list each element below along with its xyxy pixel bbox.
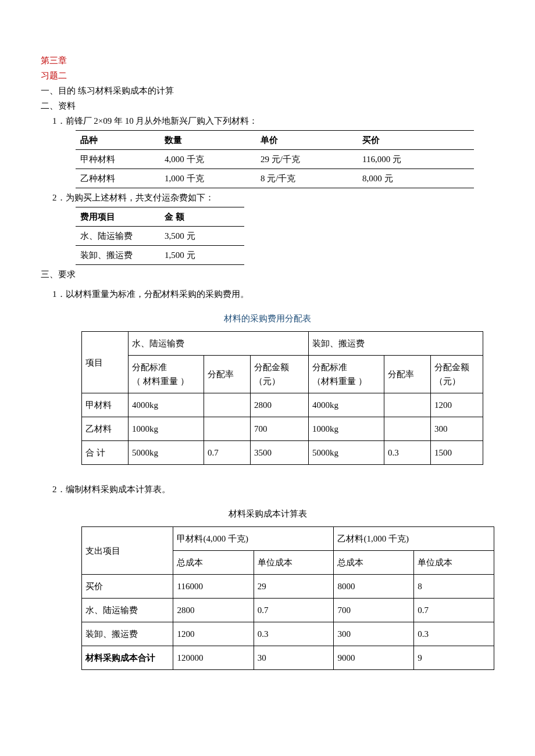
alloc-subheader: 分配标准 （ 材料重量 ）	[129, 356, 204, 393]
alloc-header-group2: 装卸、搬运费	[309, 332, 483, 356]
cost-cell: 30	[254, 646, 334, 670]
alloc-cell: 300	[431, 417, 483, 441]
cost-cell: 0.3	[254, 622, 334, 646]
cost-cell: 9	[414, 646, 494, 670]
alloc-cell: 3500	[251, 441, 309, 465]
materials-cell: 29 元/千克	[256, 150, 358, 169]
cost-table: 支出项目 甲材料(4,000 千克) 乙材料(1,000 千克) 总成本 单位成…	[81, 526, 494, 670]
fees-header: 费用项目	[76, 207, 160, 227]
cost-subheader: 总成本	[334, 551, 414, 575]
allocation-table-title: 材料的采购费用分配表	[41, 311, 494, 325]
cost-header-expense: 支出项目	[82, 527, 173, 575]
alloc-cell: 1500	[431, 441, 483, 465]
requirement-2: 2．编制材料采购成本计算表。	[41, 482, 494, 496]
alloc-header-item: 项目	[82, 332, 129, 393]
cost-cell: 0.7	[254, 599, 334, 622]
cost-cell: 120000	[173, 646, 254, 670]
alloc-cell: 0.3	[384, 441, 431, 465]
materials-table: 品种 数量 单价 买价 甲种材料 4,000 千克 29 元/千克 116,00…	[76, 130, 474, 188]
materials-header: 数量	[160, 131, 256, 150]
cost-subheader: 单位成本	[254, 551, 334, 575]
alloc-cell: 0.7	[204, 441, 251, 465]
fees-cell: 装卸、搬运费	[76, 246, 160, 265]
alloc-cell: 700	[251, 417, 309, 441]
materials-header: 买价	[358, 131, 474, 150]
alloc-cell: 4000kg	[129, 393, 204, 417]
chapter-heading: 第三章	[41, 53, 494, 67]
alloc-cell: 1000kg	[309, 417, 384, 441]
cost-cell: 0.3	[414, 622, 494, 646]
cost-total-label: 材料采购成本合计	[82, 646, 173, 670]
cost-cell: 300	[334, 622, 414, 646]
fees-header: 金 额	[160, 207, 244, 227]
cost-cell: 2800	[173, 599, 254, 622]
alloc-subheader: 分配金额 （元）	[431, 356, 483, 393]
cost-subheader: 单位成本	[414, 551, 494, 575]
requirement-1: 1．以材料重量为标准，分配材料采购的采购费用。	[41, 287, 494, 301]
cost-header-mat2: 乙材料(1,000 千克)	[334, 527, 494, 551]
materials-header: 品种	[76, 131, 160, 150]
alloc-header-group1: 水、陆运输费	[129, 332, 309, 356]
alloc-cell: 1200	[431, 393, 483, 417]
exercise-heading: 习题二	[41, 69, 494, 83]
materials-cell: 1,000 千克	[160, 169, 256, 188]
cost-cell: 29	[254, 575, 334, 599]
cost-cell: 9000	[334, 646, 414, 670]
info-line-1: 1．前锋厂 2×09 年 10 月从外地新兴厂购入下列材料：	[41, 114, 494, 128]
alloc-cell	[384, 417, 431, 441]
cost-cell: 买价	[82, 575, 173, 599]
allocation-table: 项目 水、陆运输费 装卸、搬运费 分配标准 （ 材料重量 ） 分配率 分配金额 …	[81, 331, 483, 465]
requirements-heading: 三、要求	[41, 267, 494, 281]
alloc-subheader: 分配金额 （元）	[251, 356, 309, 393]
alloc-cell	[204, 393, 251, 417]
alloc-cell: 4000kg	[309, 393, 384, 417]
fees-cell: 水、陆运输费	[76, 227, 160, 246]
cost-cell: 700	[334, 599, 414, 622]
fees-cell: 3,500 元	[160, 227, 244, 246]
materials-cell: 4,000 千克	[160, 150, 256, 169]
alloc-subheader: 分配率	[204, 356, 251, 393]
cost-cell: 8	[414, 575, 494, 599]
cost-cell: 水、陆运输费	[82, 599, 173, 622]
alloc-cell: 5000kg	[129, 441, 204, 465]
fees-table: 费用项目 金 额 水、陆运输费 3,500 元 装卸、搬运费 1,500 元	[76, 207, 244, 265]
materials-cell: 甲种材料	[76, 150, 160, 169]
alloc-subheader: 分配标准 （材料重量 ）	[309, 356, 384, 393]
alloc-cell: 2800	[251, 393, 309, 417]
purpose-line: 一、目的 练习材料采购成本的计算	[41, 84, 494, 98]
materials-cell: 8,000 元	[358, 169, 474, 188]
cost-cell: 116000	[173, 575, 254, 599]
materials-cell: 116,000 元	[358, 150, 474, 169]
cost-subheader: 总成本	[173, 551, 254, 575]
alloc-subheader: 分配率	[384, 356, 431, 393]
alloc-cell	[204, 417, 251, 441]
alloc-cell	[384, 393, 431, 417]
materials-cell: 乙种材料	[76, 169, 160, 188]
fees-cell: 1,500 元	[160, 246, 244, 265]
cost-header-mat1: 甲材料(4,000 千克)	[173, 527, 334, 551]
materials-header: 单价	[256, 131, 358, 150]
alloc-cell: 乙材料	[82, 417, 129, 441]
cost-cell: 装卸、搬运费	[82, 622, 173, 646]
cost-cell: 8000	[334, 575, 414, 599]
cost-cell: 0.7	[414, 599, 494, 622]
materials-cell: 8 元/千克	[256, 169, 358, 188]
materials-heading: 二、资料	[41, 99, 494, 113]
alloc-cell: 甲材料	[82, 393, 129, 417]
cost-table-title: 材料采购成本计算表	[41, 507, 494, 521]
alloc-cell: 合 计	[82, 441, 129, 465]
alloc-cell: 1000kg	[129, 417, 204, 441]
info-line-2: 2．为购买上述材料，共支付运杂费如下：	[41, 191, 494, 205]
cost-cell: 1200	[173, 622, 254, 646]
alloc-cell: 5000kg	[309, 441, 384, 465]
